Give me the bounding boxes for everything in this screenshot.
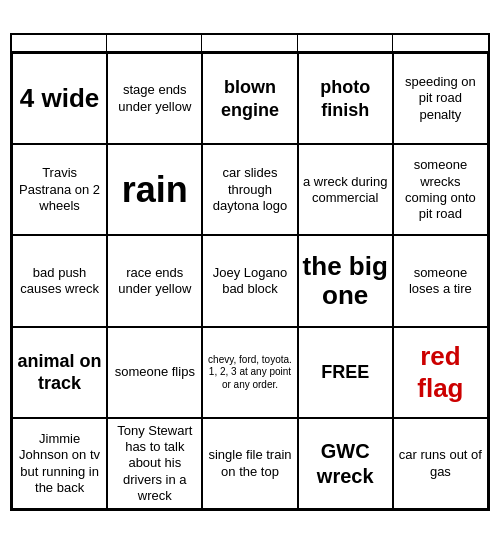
bingo-cell[interactable]: GWC wreck [298,418,393,509]
bingo-cell[interactable]: single file train on the top [202,418,297,509]
bingo-cell[interactable]: 4 wide [12,53,107,144]
bingo-cell[interactable]: the big one [298,235,393,326]
letter-i [107,35,202,51]
bingo-cell[interactable]: stage ends under yellow [107,53,202,144]
bingo-grid: 4 widestage ends under yellowblown engin… [12,53,488,509]
bingo-cell[interactable]: red flag [393,327,488,418]
bingo-cell[interactable]: bad push causes wreck [12,235,107,326]
bingo-cell[interactable]: rain [107,144,202,235]
bingo-cell[interactable]: race ends under yellow [107,235,202,326]
letter-g [298,35,393,51]
bingo-cell[interactable]: Jimmie Johnson on tv but running in the … [12,418,107,509]
letter-b [12,35,107,51]
bingo-cell[interactable]: someone flips [107,327,202,418]
bingo-cell[interactable]: blown engine [202,53,297,144]
bingo-cell[interactable]: speeding on pit road penalty [393,53,488,144]
bingo-cell[interactable]: FREE [298,327,393,418]
bingo-cell[interactable]: someone loses a tire [393,235,488,326]
bingo-card: 4 widestage ends under yellowblown engin… [10,33,490,511]
bingo-cell[interactable]: car runs out of gas [393,418,488,509]
bingo-cell[interactable]: Tony Stewart has to talk about his drive… [107,418,202,509]
bingo-cell[interactable]: car slides through daytona logo [202,144,297,235]
letter-o [393,35,488,51]
bingo-cell[interactable]: someone wrecks coming onto pit road [393,144,488,235]
bingo-cell[interactable]: animal on track [12,327,107,418]
bingo-cell[interactable]: Joey Logano bad block [202,235,297,326]
letter-n [202,35,297,51]
bingo-header [12,35,488,53]
bingo-cell[interactable]: Travis Pastrana on 2 wheels [12,144,107,235]
bingo-cell[interactable]: chevy, ford, toyota. 1, 2, 3 at any poin… [202,327,297,418]
bingo-cell[interactable]: a wreck during commercial [298,144,393,235]
bingo-cell[interactable]: photo finish [298,53,393,144]
